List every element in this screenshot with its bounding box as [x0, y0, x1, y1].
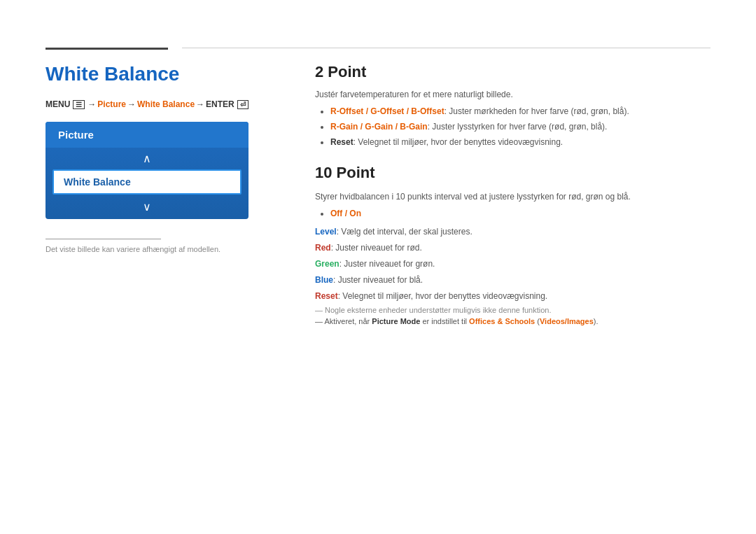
- menu-selected-item[interactable]: White Balance: [52, 169, 241, 195]
- section-10point-desc: Styrer hvidbalancen i 10 punkts interval…: [315, 190, 728, 203]
- off-on-bullet: Off / On: [330, 209, 728, 218]
- picture-menu-header: Picture: [46, 122, 248, 148]
- bullet-rgain: R-Gain / G-Gain / B-Gain: Juster lysstyr…: [330, 120, 728, 133]
- reset2-item: Reset: Velegnet til miljøer, hvor der be…: [315, 290, 728, 302]
- reset-text: : Velegnet til miljøer, hvor der benytte…: [354, 137, 563, 147]
- level-text: : Vælg det interval, der skal justeres.: [337, 227, 472, 237]
- section-2point-intro: Justér farvetemperaturen for et mere nat…: [315, 90, 728, 99]
- white-balance-link: White Balance: [137, 99, 195, 109]
- enter-icon: ⏎: [237, 100, 248, 109]
- roffset-text: : Juster mørkheden for hver farve (rød, …: [444, 106, 629, 116]
- menu-arrow-down[interactable]: [46, 195, 248, 219]
- reset2-label: Reset: [315, 291, 338, 301]
- blue-item: Blue: Juster niveauet for blå.: [315, 274, 728, 286]
- menu-label: MENU: [46, 99, 70, 109]
- level-label: Level: [315, 227, 337, 237]
- rgain-label: R-Gain / G-Gain / B-Gain: [330, 122, 428, 132]
- off-on-item: Off / On: [330, 209, 728, 218]
- videos-images-highlight: Videos/Images: [540, 317, 594, 325]
- reset2-text: : Velegnet til miljøer, hvor der benytte…: [338, 291, 547, 301]
- section-10point: 10 Point Styrer hvidbalancen i 10 punkts…: [315, 164, 728, 325]
- level-item: Level: Vælg det interval, der skal juste…: [315, 225, 728, 238]
- rgain-text: : Juster lysstyrken for hver farve (rød,…: [428, 122, 608, 132]
- section-10point-title: 10 Point: [315, 164, 728, 182]
- red-item: Red: Juster niveauet for rød.: [315, 241, 728, 254]
- bullet-reset: Reset: Velegnet til miljøer, hvor der be…: [330, 136, 728, 148]
- reset-label: Reset: [330, 137, 354, 147]
- picture-link: Picture: [97, 99, 126, 109]
- green-text: : Juster niveauet for grøn.: [340, 259, 435, 269]
- picture-mode-highlight: Picture Mode: [372, 317, 420, 325]
- enter-label: ENTER: [206, 99, 234, 109]
- left-panel: White Balance MENU ☰ → Picture → White B…: [46, 63, 276, 253]
- footnote-text: Det viste billede kan variere afhængigt …: [46, 245, 276, 253]
- section-2point-title: 2 Point: [315, 63, 728, 81]
- arrow2: →: [127, 99, 136, 109]
- page-title: White Balance: [46, 63, 276, 85]
- arrow3: →: [196, 99, 204, 109]
- green-label: Green: [315, 259, 340, 269]
- bullet-roffset: R-Offset / G-Offset / B-Offset: Juster m…: [330, 105, 728, 118]
- blue-label: Blue: [315, 275, 333, 285]
- roffset-label: R-Offset / G-Offset / B-Offset: [330, 106, 444, 116]
- section-2point: 2 Point Justér farvetemperaturen for et …: [315, 63, 728, 148]
- menu-icon: ☰: [73, 100, 85, 109]
- blue-text: : Juster niveauet for blå.: [333, 275, 423, 285]
- top-line-right: [182, 48, 710, 48]
- menu-arrow-up[interactable]: [46, 148, 248, 169]
- note-1: Nogle eksterne enheder understøtter muli…: [315, 306, 728, 314]
- menu-path: MENU ☰ → Picture → White Balance → ENTER…: [46, 99, 276, 109]
- green-item: Green: Juster niveauet for grøn.: [315, 258, 728, 270]
- off-on-label: Off / On: [330, 209, 361, 218]
- picture-menu: Picture White Balance: [46, 122, 248, 219]
- offices-schools-highlight: Offices & Schools: [469, 317, 535, 325]
- footnote-line: [46, 239, 161, 239]
- section-2point-bullets: R-Offset / G-Offset / B-Offset: Juster m…: [330, 105, 728, 148]
- red-label: Red: [315, 243, 331, 253]
- top-line-left: [46, 48, 168, 50]
- red-text: : Juster niveauet for rød.: [331, 243, 422, 253]
- arrow1: →: [88, 99, 96, 109]
- note-2: Aktiveret, når Picture Mode er indstille…: [315, 317, 728, 325]
- right-panel: 2 Point Justér farvetemperaturen for et …: [315, 63, 728, 328]
